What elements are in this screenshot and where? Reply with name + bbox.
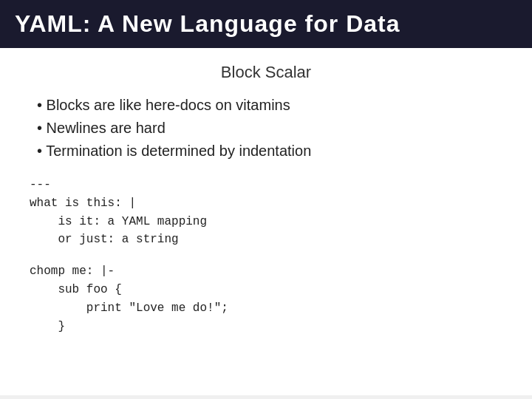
main-content: Block Scalar Blocks are like here-docs o… [0,48,532,395]
list-item: Newlines are hard [30,120,502,137]
code-text-2: chomp me: |- sub foo { print "Love me do… [30,262,502,335]
section-subtitle: Block Scalar [30,63,502,82]
code-block-2: chomp me: |- sub foo { print "Love me do… [30,262,502,335]
bullet-list: Blocks are like here-docs on vitamins Ne… [30,97,502,160]
header-title: YAML: A New Language for Data [15,10,400,37]
list-item: Termination is determined by indentation [30,143,502,160]
code-block-1: --- what is this: | is it: a YAML mappin… [30,176,502,249]
page-header: YAML: A New Language for Data [0,0,532,48]
list-item: Blocks are like here-docs on vitamins [30,97,502,114]
code-text-1: --- what is this: | is it: a YAML mappin… [30,176,502,249]
